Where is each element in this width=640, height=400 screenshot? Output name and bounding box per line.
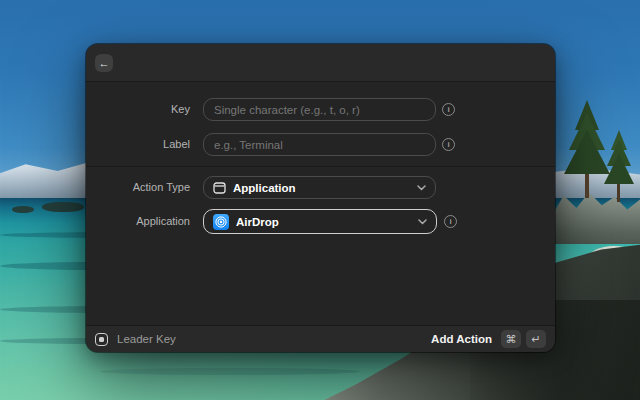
back-arrow-icon: ←	[99, 57, 110, 69]
dialog-header: ←	[86, 44, 555, 82]
label-field-label: Label	[86, 133, 190, 156]
chevron-down-icon	[417, 185, 426, 191]
leader-key-app-icon	[95, 333, 108, 346]
application-select[interactable]: AirDrop	[203, 209, 437, 234]
action-type-select[interactable]: Application	[203, 176, 436, 199]
screen: ← Key i Label i Action Type	[0, 0, 640, 400]
return-key-icon: ↵	[526, 330, 546, 348]
action-type-value: Application	[233, 182, 296, 194]
leader-key-dot	[99, 337, 104, 342]
info-icon[interactable]: i	[444, 215, 457, 228]
airdrop-icon	[213, 214, 229, 230]
chevron-down-icon	[418, 219, 427, 225]
pine-tree-small-icon	[602, 128, 636, 202]
add-action-dialog: ← Key i Label i Action Type	[86, 44, 555, 352]
label-input[interactable]	[203, 133, 436, 156]
action-type-label: Action Type	[86, 176, 190, 199]
back-button[interactable]: ←	[95, 54, 113, 72]
key-row: Key i	[86, 98, 555, 121]
label-row: Label i	[86, 133, 555, 156]
shore-rock	[12, 206, 34, 213]
section-divider	[86, 166, 555, 167]
app-name: Leader Key	[117, 333, 176, 345]
action-type-row: Action Type Application	[86, 176, 555, 199]
application-window-icon	[213, 182, 226, 194]
application-value: AirDrop	[236, 216, 279, 228]
dialog-footer: Leader Key Add Action ⌘ ↵	[86, 325, 555, 352]
application-label: Application	[86, 209, 190, 234]
shore-rock	[42, 202, 84, 212]
application-row: Application AirDrop i	[86, 209, 555, 234]
info-icon[interactable]: i	[442, 138, 455, 151]
command-key-icon: ⌘	[501, 330, 521, 348]
info-icon[interactable]: i	[442, 103, 455, 116]
key-input[interactable]	[203, 98, 436, 121]
add-action-label: Add Action	[431, 333, 492, 345]
key-label: Key	[86, 98, 190, 121]
add-action-button[interactable]: Add Action ⌘ ↵	[431, 330, 546, 348]
